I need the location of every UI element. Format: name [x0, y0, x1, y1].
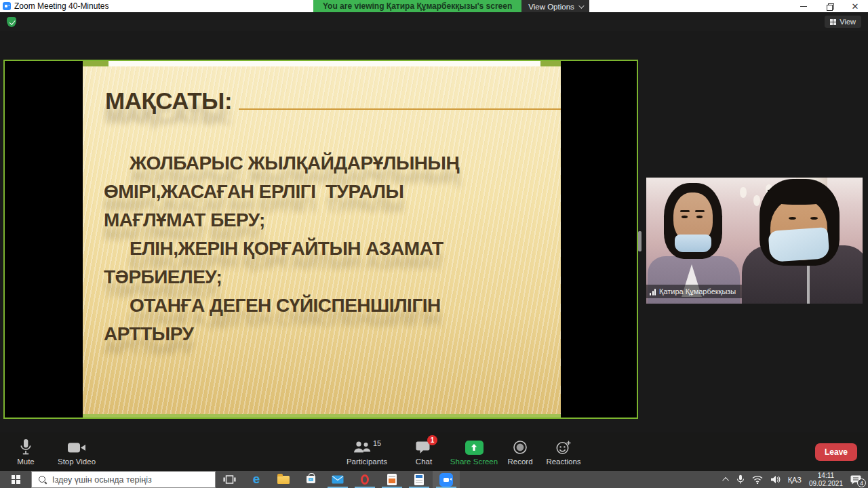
participant-name: Қатира Құмарбекқызы: [659, 287, 736, 296]
participants-label: Participants: [347, 458, 387, 466]
windows-logo-icon: [12, 475, 20, 484]
slide-band-green-right: [540, 61, 561, 66]
hidden-icons-chevron[interactable]: [722, 477, 729, 484]
person-right-fringe: [768, 190, 830, 205]
stop-video-button[interactable]: Stop Video: [56, 438, 98, 466]
shared-screen-frame: МАҚСАТЫ: ЖОЛБАРЫС ЖЫЛҚАЙДАРҰЛЫНЫҢ ӨМІРІ,…: [3, 60, 638, 419]
presentation-slide: МАҚСАТЫ: ЖОЛБАРЫС ЖЫЛҚАЙДАРҰЛЫНЫҢ ӨМІРІ,…: [83, 61, 561, 418]
person-right-eye: [789, 217, 796, 220]
restore-icon: [827, 3, 833, 9]
reactions-button[interactable]: Reactions: [542, 438, 585, 466]
microphone-icon: [19, 439, 33, 456]
person-right-zipper: [807, 264, 810, 304]
meeting-control-bar: Mute Stop Video 15: [0, 432, 868, 471]
task-view-button[interactable]: [216, 471, 243, 488]
view-options-button[interactable]: View Options: [521, 0, 589, 13]
participants-icon: [353, 441, 371, 454]
video-camera-icon: [67, 441, 86, 454]
taskbar-item-file-explorer[interactable]: [270, 471, 297, 488]
slide-title-rule: [239, 108, 561, 110]
viewing-screen-banner-text: You are viewing Қатира Құмарбекқызы's sc…: [313, 0, 521, 12]
leave-button[interactable]: Leave: [815, 443, 857, 461]
action-center-button[interactable]: 4: [850, 474, 861, 485]
stop-video-label: Stop Video: [58, 458, 96, 466]
taskbar-item-impress[interactable]: [378, 471, 406, 488]
language-indicator[interactable]: ҚАЗ: [788, 476, 802, 484]
view-layout-label: View: [840, 18, 856, 26]
impress-document-icon: [387, 474, 397, 485]
person-left-mask: [675, 235, 711, 252]
tray-date: 09.02.2021: [809, 480, 843, 487]
search-input[interactable]: [52, 475, 198, 485]
tray-microphone-icon[interactable]: [736, 474, 745, 485]
meeting-info-bar: View: [0, 12, 868, 31]
chevron-down-icon: [578, 3, 584, 8]
person-left-eyebrow: [680, 210, 690, 212]
title-bar: Zoom Meeting 40-Minutes You are viewing …: [0, 0, 868, 12]
tray-network-icon[interactable]: [752, 475, 763, 484]
grid-icon: [830, 19, 836, 25]
start-button[interactable]: [0, 471, 31, 488]
task-view-icon: [223, 474, 236, 485]
participants-count: 15: [373, 439, 381, 447]
video-panel-drag-handle[interactable]: [638, 231, 642, 251]
audio-level-icon: [650, 288, 656, 296]
background-lamp: [740, 187, 747, 198]
opera-icon: [361, 474, 369, 485]
tray-volume-icon[interactable]: [770, 475, 781, 484]
zoom-taskbar-icon: [439, 473, 453, 487]
store-icon: [307, 476, 315, 483]
slide-bottom-strip: [83, 414, 561, 418]
participants-button[interactable]: 15 Participants: [342, 438, 392, 466]
person-right-mask: [768, 227, 830, 262]
close-icon: ✕: [852, 2, 859, 11]
shared-screen-stage: МАҚСАТЫ: ЖОЛБАРЫС ЖЫЛҚАЙДАРҰЛЫНЫҢ ӨМІРІ,…: [0, 31, 868, 432]
slide-body: ЖОЛБАРЫС ЖЫЛҚАЙДАРҰЛЫНЫҢ ӨМІРІ,ЖАСАҒАН Е…: [104, 149, 484, 348]
slide-title-row: МАҚСАТЫ:: [105, 88, 561, 115]
person-left-eye: [682, 216, 688, 218]
chat-label: Chat: [416, 458, 432, 466]
file-explorer-icon: [277, 476, 290, 484]
mail-icon: [332, 475, 344, 484]
mute-button[interactable]: Mute: [9, 438, 42, 466]
participant-video-thumbnail[interactable]: Қатира Құмарбекқызы: [646, 178, 863, 304]
slide-band-white: [108, 61, 540, 66]
taskbar-clock[interactable]: 14:11 09.02.2021: [809, 472, 843, 487]
window-title: Zoom Meeting 40-Minutes: [14, 1, 108, 11]
taskbar-item-opera[interactable]: [351, 471, 378, 488]
chat-button[interactable]: 1 Chat: [408, 438, 439, 466]
minimize-button[interactable]: [791, 0, 816, 12]
share-screen-icon: [465, 441, 484, 455]
taskbar-item-writer[interactable]: [406, 471, 433, 488]
person-left-eye: [696, 216, 703, 218]
share-screen-button[interactable]: Share Screen: [448, 438, 500, 466]
close-button[interactable]: ✕: [842, 0, 868, 12]
system-tray: ҚАЗ 14:11 09.02.2021 4: [724, 471, 868, 488]
notification-count-badge: 4: [857, 479, 866, 487]
record-icon: [513, 440, 528, 455]
reactions-label: Reactions: [546, 458, 580, 466]
slide-top-band: [83, 61, 561, 66]
taskbar-item-mail[interactable]: [324, 471, 351, 488]
share-screen-label: Share Screen: [450, 458, 498, 466]
view-layout-button[interactable]: View: [825, 16, 861, 28]
zoom-app-icon: [3, 2, 11, 10]
window-controls: ✕: [791, 0, 868, 12]
background-lamp: [753, 195, 760, 206]
record-button[interactable]: Record: [503, 438, 537, 466]
chat-unread-badge: 1: [427, 435, 437, 445]
taskbar-item-edge[interactable]: e: [243, 471, 270, 488]
restore-button[interactable]: [816, 0, 842, 12]
slide-paragraph: ОТАНҒА ДЕГЕН СҮЙІСПЕНШІЛІГІН АРТТЫРУ: [104, 291, 484, 348]
reactions-smiley-icon: [555, 440, 572, 455]
minimize-icon: [800, 6, 807, 7]
record-label: Record: [507, 458, 532, 466]
taskbar-item-store[interactable]: [297, 471, 324, 488]
search-icon: [39, 476, 47, 484]
person-right-eye: [810, 217, 818, 220]
taskbar-item-zoom[interactable]: [433, 471, 460, 488]
encryption-shield-icon[interactable]: [7, 17, 16, 27]
windows-taskbar: e: [0, 471, 868, 488]
slide-paragraph: ЖОЛБАРЫС ЖЫЛҚАЙДАРҰЛЫНЫҢ ӨМІРІ,ЖАСАҒАН Е…: [104, 149, 484, 235]
taskbar-search[interactable]: [31, 471, 216, 488]
